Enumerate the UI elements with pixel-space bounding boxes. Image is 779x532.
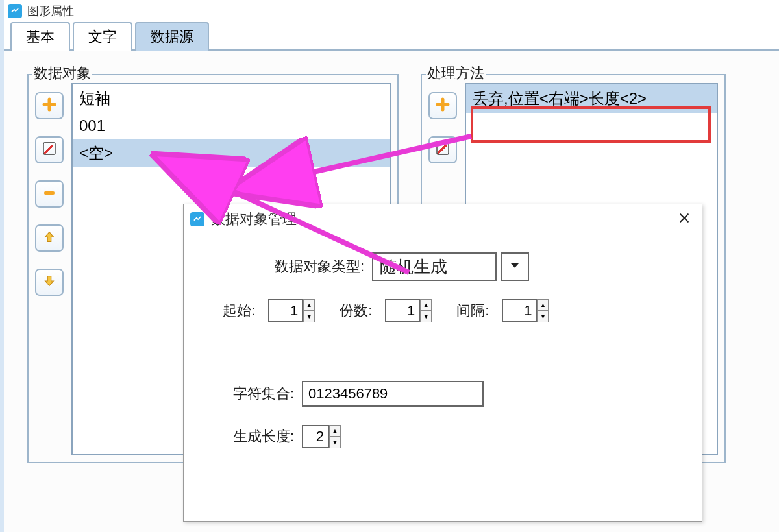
tabbar: 基本 文字 数据源 xyxy=(4,22,779,51)
group-data-objects-label: 数据对象 xyxy=(32,64,92,83)
dialog-close-button[interactable] xyxy=(673,208,695,230)
spin-down-button[interactable]: ▼ xyxy=(537,311,549,322)
spin-up-button[interactable]: ▲ xyxy=(303,299,315,311)
group-process-methods-label: 处理方法 xyxy=(426,64,486,83)
caret-up-icon: ▲ xyxy=(332,428,338,434)
list-item[interactable]: 短袖 xyxy=(73,84,390,113)
minus-icon xyxy=(42,185,57,203)
arrow-up-icon xyxy=(42,230,56,247)
left-toolbar xyxy=(35,83,64,455)
plus-icon xyxy=(42,97,57,115)
pencil-icon xyxy=(42,141,57,159)
type-label: 数据对象类型: xyxy=(275,257,364,276)
edit-button[interactable] xyxy=(35,136,64,163)
genlen-label: 生成长度: xyxy=(223,427,294,446)
copies-label: 份数: xyxy=(340,301,372,320)
spin-up-button[interactable]: ▲ xyxy=(420,299,432,311)
add-button[interactable] xyxy=(35,92,64,119)
interval-label: 间隔: xyxy=(456,301,489,320)
type-combo-value: 随机生成 xyxy=(372,252,497,281)
add-button[interactable] xyxy=(428,92,457,119)
app-logo-icon xyxy=(8,4,22,18)
charset-label: 字符集合: xyxy=(223,384,294,404)
window-title: 图形属性 xyxy=(27,3,74,19)
caret-up-icon: ▲ xyxy=(540,302,546,308)
caret-down-icon: ▼ xyxy=(423,313,429,320)
caret-down-icon: ▼ xyxy=(306,313,312,320)
charset-input[interactable] xyxy=(302,381,484,407)
data-object-manager-dialog: 数据对象管理 数据对象类型: 随机生成 起始: xyxy=(183,204,702,522)
caret-down-icon: ▼ xyxy=(540,313,546,320)
svg-rect-1 xyxy=(44,191,55,195)
copies-input[interactable] xyxy=(385,299,420,322)
caret-down-icon: ▼ xyxy=(332,439,338,446)
copies-spin[interactable]: ▲ ▼ xyxy=(385,299,432,322)
caret-up-icon: ▲ xyxy=(423,302,429,308)
caret-up-icon: ▲ xyxy=(306,302,312,308)
type-combo[interactable]: 随机生成 xyxy=(372,252,529,281)
spin-down-button[interactable]: ▼ xyxy=(303,311,315,322)
spin-up-button[interactable]: ▲ xyxy=(537,299,549,311)
titlebar: 图形属性 xyxy=(4,0,779,22)
dialog-title: 数据对象管理 xyxy=(211,210,297,229)
plus-icon xyxy=(435,97,451,115)
delete-button[interactable] xyxy=(35,180,64,208)
genlen-input[interactable] xyxy=(302,425,329,448)
dialog-titlebar: 数据对象管理 xyxy=(184,204,702,234)
list-item[interactable]: 丢弃,位置<右端>长度<2> xyxy=(466,84,717,113)
list-item[interactable]: <空> xyxy=(73,139,390,167)
tab-datasource[interactable]: 数据源 xyxy=(135,22,209,51)
tab-basic[interactable]: 基本 xyxy=(10,22,70,51)
start-label: 起始: xyxy=(223,301,255,320)
spin-up-button[interactable]: ▲ xyxy=(329,425,341,437)
interval-spin[interactable]: ▲ ▼ xyxy=(502,299,549,322)
move-up-button[interactable] xyxy=(35,224,64,252)
start-input[interactable] xyxy=(268,299,303,322)
move-down-button[interactable] xyxy=(35,269,64,296)
start-spin[interactable]: ▲ ▼ xyxy=(268,299,315,322)
close-icon xyxy=(678,212,691,227)
dialog-logo-icon xyxy=(190,212,204,226)
edit-button[interactable] xyxy=(428,136,457,163)
spin-down-button[interactable]: ▼ xyxy=(329,437,341,448)
tab-text[interactable]: 文字 xyxy=(73,22,132,51)
chevron-down-icon xyxy=(509,258,521,275)
list-item[interactable]: 001 xyxy=(73,113,390,139)
pencil-icon xyxy=(435,141,451,159)
spin-down-button[interactable]: ▼ xyxy=(420,311,432,322)
genlen-spin[interactable]: ▲ ▼ xyxy=(302,425,341,448)
type-combo-button[interactable] xyxy=(501,252,529,281)
dialog-body: 数据对象类型: 随机生成 起始: ▲ ▼ 份数: xyxy=(184,234,702,473)
interval-input[interactable] xyxy=(502,299,537,322)
arrow-down-icon xyxy=(42,274,56,291)
